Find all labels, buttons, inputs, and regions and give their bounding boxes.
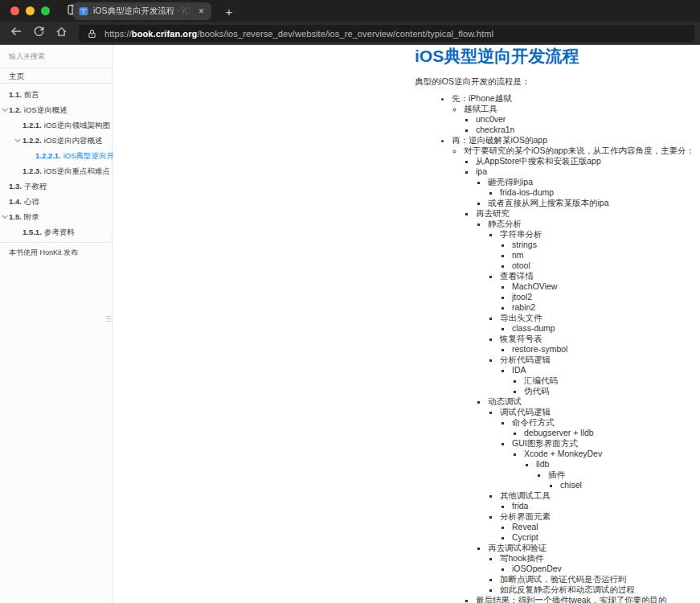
window-controls (10, 6, 50, 15)
outline-list: debugserver + lldb (512, 428, 700, 438)
outline-list: 先：iPhone越狱越狱工具unc0vercheckra1n再：逆向破解某iOS… (415, 93, 700, 603)
tab-close-icon[interactable]: × (197, 6, 206, 16)
outline-item: rabin2 (512, 302, 700, 313)
outline-item: 砸壳得到ipafrida-ios-dump (488, 177, 700, 198)
outline-item: frida (512, 501, 700, 511)
content-area: 主页 1.1.前言1.2.iOS逆向概述1.2.1.iOS逆向领域架构图1.2.… (0, 45, 700, 603)
outline-item: 动态调试调试代码逻辑命令行方式debugserver + lldbGUI图形界面… (488, 396, 700, 543)
sidebar-item-1-1[interactable]: 1.1.前言 (0, 87, 112, 102)
outline-list: unc0vercheckra1n (464, 114, 700, 135)
outline-item: 对于要研究的某个iOS的app来说，从工作内容角度，主要分：从AppStore中… (464, 146, 700, 603)
page-title: iOS典型逆向开发流程 (415, 46, 700, 66)
chevron-down-icon (14, 138, 21, 143)
home-button[interactable] (50, 23, 72, 43)
outline-list: chisel (548, 480, 700, 490)
browser-tab[interactable]: iOS典型逆向开发流程 · iOS逆向 × (73, 2, 211, 20)
url-text: https://book.crifan.org/books/ios_revers… (104, 29, 493, 39)
sidebar-item-1-2-2[interactable]: 1.2.2.iOS逆向内容概述 (0, 133, 112, 148)
lock-icon[interactable] (87, 28, 97, 39)
sidebar-item-label: 前言 (24, 90, 39, 99)
outline: 先：iPhone越狱越狱工具unc0vercheckra1n再：逆向破解某iOS… (415, 93, 700, 603)
page-intro: 典型的iOS逆向开发的流程是： (415, 76, 700, 87)
outline-item: strings (512, 240, 700, 250)
sidebar-item-1-5-1[interactable]: 1.5.1.参考资料 (0, 224, 112, 240)
back-button[interactable] (5, 23, 27, 43)
outline-item: chisel (560, 480, 700, 490)
outline-list: 从AppStore中搜索和安装正版appipa砸壳得到ipafrida-ios-… (464, 156, 700, 603)
sidebar-item-label: iOS逆向概述 (24, 105, 68, 114)
sidebar-item-number: 1.4. (9, 197, 22, 206)
url-bar[interactable]: https://book.crifan.org/books/ios_revers… (79, 25, 694, 42)
sidebar-item-1-4[interactable]: 1.4.心得 (0, 194, 112, 209)
outline-list: Xcode + MonkeyDevlldb插件chisel (512, 449, 700, 490)
url-scheme: https:// (104, 29, 132, 39)
outline-item: 字符串分析stringsnmotool (500, 229, 700, 271)
sidebar-item-number: 1.2. (9, 105, 22, 114)
outline-item: 再去研究静态分析字符串分析stringsnmotool查看详情MachOView… (476, 208, 700, 595)
sidebar-item-1-2-3[interactable]: 1.2.3.iOS逆向重点和难点 (0, 163, 112, 178)
outline-item: 其他调试工具frida (500, 490, 700, 511)
sidebar-item-number: 1.2.2. (23, 136, 42, 145)
outline-item: 分析界面元素RevealCycript (500, 511, 700, 543)
outline-list: stringsnmotool (500, 240, 700, 271)
search-input[interactable] (9, 52, 103, 60)
outline-item: 分析代码逻辑IDA汇编代码伪代码 (500, 355, 700, 396)
outline-item: class-dump (512, 323, 700, 334)
outline-item: 恢复符号表restore-symbol (500, 334, 700, 355)
outline-item: 写hook插件iOSOpenDev (500, 553, 700, 574)
outline-item: 或者直接从网上搜索某版本的ipa (488, 198, 700, 208)
sidebar-item-1-3[interactable]: 1.3.子教程 (0, 178, 112, 194)
outline-list: 砸壳得到ipafrida-ios-dump或者直接从网上搜索某版本的ipa (476, 177, 700, 208)
outline-list: lldb插件chisel (524, 459, 700, 490)
sidebar-item-1-5[interactable]: 1.5.附录 (0, 209, 112, 224)
sidebar-item-1-2-2-1[interactable]: 1.2.2.1.iOS典型逆向开发流程 (0, 148, 112, 163)
outline-item: 查看详情MachOViewjtool2rabin2 (500, 271, 700, 313)
outline-item: 命令行方式debugserver + lldb (512, 417, 700, 438)
sidebar-item-label: 参考资料 (44, 228, 75, 236)
new-tab-button[interactable]: + (220, 2, 238, 20)
sidebar-resize-grip[interactable] (106, 316, 111, 323)
outline-item: Reveal (512, 522, 700, 532)
sidebar-item-1-2-1[interactable]: 1.2.1.iOS逆向领域架构图 (0, 117, 112, 133)
outline-item: 从AppStore中搜索和安装正版app (476, 156, 700, 166)
outline-list: frida (500, 501, 700, 511)
outline-item: iOSOpenDev (512, 564, 700, 574)
reload-icon (33, 26, 45, 41)
outline-list: MachOViewjtool2rabin2 (500, 281, 700, 313)
chevron-down-icon (2, 215, 8, 219)
outline-item: 再去调试和验证写hook插件iOSOpenDev加断点调试，验证代码是否运行到如… (488, 543, 700, 595)
outline-list: frida-ios-dump (488, 187, 700, 198)
sidebar-item-number: 1.2.2.1. (35, 151, 61, 160)
outline-item: 越狱工具unc0vercheckra1n (464, 104, 700, 135)
outline-item: 调试代码逻辑命令行方式debugserver + lldbGUI图形界面方式Xc… (500, 407, 700, 490)
reload-button[interactable] (27, 23, 50, 43)
outline-item: checkra1n (476, 125, 700, 135)
minimize-window-button[interactable] (26, 6, 35, 15)
outline-item: lldb插件chisel (536, 459, 700, 490)
outline-list: 调试代码逻辑命令行方式debugserver + lldbGUI图形界面方式Xc… (488, 407, 700, 543)
sidebar-item-number: 1.1. (9, 90, 22, 99)
outline-list: 静态分析字符串分析stringsnmotool查看详情MachOViewjtoo… (476, 219, 700, 595)
book-body: iOS典型逆向开发流程 典型的iOS逆向开发的流程是： 先：iPhone越狱越狱… (113, 45, 700, 603)
tab-title: iOS典型逆向开发流程 · iOS逆向 (93, 6, 191, 17)
outline-item: 插件chisel (548, 470, 700, 490)
search-box (0, 45, 112, 68)
sidebar-item-1-2[interactable]: 1.2.iOS逆向概述 (0, 102, 112, 117)
outline-list: IDA汇编代码伪代码 (500, 365, 700, 396)
page-inner: iOS典型逆向开发流程 典型的iOS逆向开发的流程是： 先：iPhone越狱越狱… (113, 45, 700, 603)
outline-item: IDA汇编代码伪代码 (512, 365, 700, 396)
outline-item: 加断点调试，验证代码是否运行到 (500, 574, 700, 585)
outline-item: Cycript (512, 532, 700, 543)
zoom-window-button[interactable] (41, 6, 50, 15)
sidebar-item-label: iOS逆向重点和难点 (44, 166, 110, 175)
close-window-button[interactable] (10, 6, 19, 15)
outline-list: 汇编代码伪代码 (512, 375, 700, 396)
outline-list: RevealCycript (500, 522, 700, 543)
honkit-footer-link[interactable]: 本书使用 HonKit 发布 (0, 242, 112, 258)
outline-item: unc0ver (476, 114, 700, 125)
outline-list: restore-symbol (500, 344, 700, 355)
outline-list: 字符串分析stringsnmotool查看详情MachOViewjtool2ra… (488, 229, 700, 396)
sidebar-item-number: 1.2.3. (23, 166, 42, 175)
outline-item: 最后结果：得到一个插件tweak，实现了你要的目的比如反越狱检测、改机、hook… (476, 595, 700, 603)
sidebar-item-home[interactable]: 主页 (0, 68, 112, 84)
